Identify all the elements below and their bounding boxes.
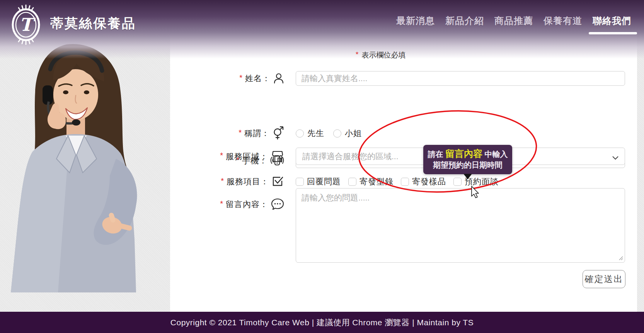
title-radio-group: 先生小姐 [296, 128, 362, 139]
speech-bubble-icon [271, 198, 284, 211]
nav-item[interactable]: 保養有道 [543, 15, 582, 27]
radio-circle[interactable] [333, 129, 341, 138]
services-label: 服務項目： [227, 176, 269, 187]
service-checkbox-option[interactable]: 寄發樣品 [401, 176, 446, 187]
nav: 最新消息新品介紹商品推薦保養有道聯絡我們 [396, 15, 631, 27]
tooltip-arrow-icon [463, 174, 472, 179]
message-label: 留言內容： [226, 199, 268, 210]
asterisk: * [239, 128, 242, 137]
salutation-row: * 稱謂： 先生小姐 [170, 126, 637, 141]
nav-item[interactable]: 最新消息 [396, 15, 435, 27]
footer: Copyright © 2021 Timothy Care Web | 建議使用… [0, 312, 644, 333]
checkbox-label: 回覆問題 [307, 176, 341, 187]
customer-service-woman-photo [0, 37, 170, 292]
person-icon [273, 73, 284, 84]
nav-item[interactable]: 聯絡我們 [593, 15, 631, 27]
gender-icon [273, 126, 284, 140]
radio-label: 小姐 [345, 128, 362, 139]
tooltip-line1: 請在 留言內容 中輸入 [427, 148, 508, 160]
name-row: * 姓名： [170, 71, 637, 86]
tooltip-line2: 期望預約的日期時間 [427, 160, 508, 170]
service-checkbox-option[interactable]: 預約面談 [453, 176, 499, 187]
region-row: * 服務區域： 請選擇適合服務您的區域... [170, 148, 637, 165]
contact-form: *表示欄位必填 * 姓名： * 稱謂： 先生小姐 * 手機： [170, 28, 637, 312]
radio-circle[interactable] [296, 129, 304, 138]
service-checkbox-option[interactable]: 寄發型錄 [348, 176, 394, 187]
brand-logo-icon[interactable]: T [10, 5, 42, 45]
chevron-down-icon [612, 155, 618, 161]
name-input[interactable] [296, 71, 625, 86]
message-row: * 留言內容： [170, 188, 637, 263]
checkbox-label: 寄發樣品 [412, 176, 446, 187]
header: T 蒂莫絲保養品 最新消息新品介紹商品推薦保養有道聯絡我們 [0, 0, 644, 59]
checkbox-label: 寄發型錄 [359, 176, 394, 187]
nav-item[interactable]: 商品推薦 [494, 15, 533, 27]
asterisk: * [220, 151, 223, 160]
region-select-placeholder: 請選擇適合服務您的區域... [302, 151, 399, 162]
logo-letter: T [19, 14, 36, 35]
message-textarea[interactable] [296, 188, 625, 263]
checkbox-square[interactable] [296, 178, 304, 186]
asterisk: * [220, 199, 223, 208]
resize-handle[interactable] [618, 256, 623, 260]
services-row: * 服務項目： 回覆問題寄發型錄寄發樣品預約面談 [170, 174, 637, 189]
service-checkbox-option[interactable]: 回覆問題 [296, 176, 341, 187]
name-label: 姓名： [245, 73, 271, 84]
region-label: 服務區域： [226, 151, 268, 162]
brand-title: 蒂莫絲保養品 [50, 15, 136, 32]
asterisk: * [221, 177, 224, 185]
asterisk: * [239, 73, 242, 82]
tooltip-highlight: 留言內容 [445, 148, 482, 159]
checkbox-square[interactable] [453, 178, 462, 186]
tooltip: 請在 留言內容 中輸入 期望預約的日期時間 [423, 145, 512, 174]
salutation-radio-option[interactable]: 小姐 [333, 128, 362, 139]
footer-text: Copyright © 2021 Timothy Care Web | 建議使用… [170, 317, 474, 328]
checkbox-icon [272, 175, 284, 188]
salutation-radio-option[interactable]: 先生 [296, 128, 324, 139]
salutation-label: 稱謂： [244, 128, 270, 139]
checkbox-square[interactable] [348, 178, 356, 186]
storefront-icon [271, 150, 284, 163]
submit-button[interactable]: 確定送出 [583, 270, 625, 288]
nav-item[interactable]: 新品介紹 [445, 15, 484, 27]
checkbox-square[interactable] [401, 178, 409, 186]
active-nav-underline [589, 32, 637, 34]
radio-label: 先生 [307, 128, 324, 139]
